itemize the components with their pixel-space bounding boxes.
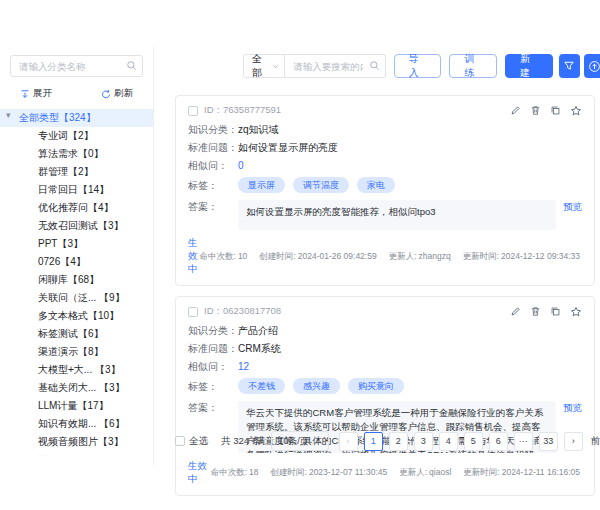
answer-text: 如何设置显示屏的亮度智能推荐，相似问tpo3 xyxy=(238,200,556,230)
sidebar-item-label: 群管理【2】 xyxy=(38,165,94,179)
scope-select[interactable]: 全部 xyxy=(243,54,285,78)
card-meta: 命中次数:10 创建时间:2024-01-26 09:42:59 更新人:zha… xyxy=(200,251,582,263)
total-count: 共 324 条 xyxy=(221,435,261,448)
preview-link[interactable]: 预览 xyxy=(563,401,582,414)
sidebar-item[interactable]: 标签测试【6】 xyxy=(0,325,153,343)
sidebar-item-label: 标签测试【6】 xyxy=(38,327,104,341)
tag-list: 不差钱 感兴趣 购买意向 xyxy=(238,378,404,394)
tags-field: 标签： 显示屏 调节温度 家电 xyxy=(188,177,582,193)
sidebar-item-label: 专业词【2】 xyxy=(38,129,94,143)
sidebar-item[interactable]: 闲聊库【68】 xyxy=(0,271,153,289)
expand-all-button[interactable]: 展开 xyxy=(20,87,52,100)
sidebar-item[interactable]: 关联问（泛... 【9】 xyxy=(0,289,153,307)
sidebar-item[interactable]: 大模型+大... 【3】 xyxy=(0,361,153,379)
sidebar-item-label: 全部类型【324】 xyxy=(19,111,96,125)
sidebar-item-label: 优化推荐问【4】 xyxy=(38,201,114,215)
page-button[interactable]: 1 xyxy=(364,432,383,451)
select-all-checkbox[interactable] xyxy=(175,436,185,446)
train-button[interactable]: 训练 xyxy=(449,54,497,78)
create-button[interactable]: 新建 xyxy=(505,54,553,78)
sidebar-item-label: 无效召回测试【3】 xyxy=(38,219,124,233)
scope-select-value: 全部 xyxy=(252,52,271,80)
page-button[interactable]: 4 xyxy=(439,432,458,451)
sidebar-item-all-types[interactable]: ▾ 全部类型【324】 xyxy=(0,109,153,127)
tag: 购买意向 xyxy=(348,378,404,394)
sidebar-item-label: 基础关闭大... 【3】 xyxy=(38,381,125,395)
sidebar-item-label: 闲聊库【68】 xyxy=(38,273,99,287)
card-header: ID：76358777591 xyxy=(188,104,582,117)
card-id: ID：76358777591 xyxy=(204,104,281,117)
sidebar-item[interactable]: 渠道演示【8】 xyxy=(0,343,153,361)
sidebar-item[interactable]: 无效召回测试【3】 xyxy=(0,217,153,235)
sidebar-item[interactable]: 日常回日【14】 xyxy=(0,181,153,199)
tag-list: 显示屏 调节温度 家电 xyxy=(238,177,395,193)
card-checkbox[interactable] xyxy=(188,106,198,116)
card-checkbox[interactable] xyxy=(188,307,198,317)
caret-down-icon: ▾ xyxy=(6,110,11,120)
page-button[interactable]: 5 xyxy=(464,432,483,451)
sidebar-item[interactable]: 群管理【2】 xyxy=(0,163,153,181)
page-button[interactable]: 3 xyxy=(414,432,433,451)
select-all-label: 全选 xyxy=(189,435,208,448)
copy-icon[interactable] xyxy=(550,306,561,318)
edit-icon[interactable] xyxy=(510,105,521,117)
edit-icon[interactable] xyxy=(510,306,521,318)
card-actions xyxy=(510,105,582,117)
next-page-button[interactable]: › xyxy=(564,432,583,451)
page-size-select[interactable]: 10条/页 xyxy=(271,431,329,451)
sidebar-item[interactable]: 视频音频图片【3】 xyxy=(0,433,153,451)
question-value: CRM系统 xyxy=(238,342,281,355)
prev-page-button[interactable]: ‹ xyxy=(339,432,358,451)
category-value: 产品介绍 xyxy=(238,324,278,337)
refresh-icon xyxy=(101,89,111,99)
sidebar-item[interactable]: 知识有效期... 【6】 xyxy=(0,415,153,433)
star-icon[interactable] xyxy=(570,105,582,117)
refresh-button[interactable]: 刷新 xyxy=(101,87,133,100)
sidebar-item[interactable]: LLM计量【17】 xyxy=(0,397,153,415)
more-pages-button[interactable]: ··· xyxy=(514,432,533,451)
similar-count[interactable]: 12 xyxy=(238,360,249,373)
category-field: 知识分类： zq知识域 xyxy=(188,123,582,136)
sidebar-item[interactable]: 基础关闭大... 【3】 xyxy=(0,379,153,397)
delete-icon[interactable] xyxy=(530,306,541,318)
sidebar-item[interactable]: 专业词【2】 xyxy=(0,127,153,145)
sidebar-item[interactable]: 优化推荐问【4】 xyxy=(0,199,153,217)
similar-field: 相似问： 12 xyxy=(188,360,582,373)
tag: 不差钱 xyxy=(238,378,285,394)
sidebar-item[interactable]: 算法需求【0】 xyxy=(0,145,153,163)
similar-count[interactable]: 0 xyxy=(238,159,244,172)
page-button[interactable]: 33 xyxy=(539,432,558,451)
import-label: 导入 xyxy=(409,52,427,80)
sidebar-item[interactable]: ... xyxy=(0,451,153,456)
card-footer: 生效中 命中次数:18 创建时间:2023-12-07 11:30:45 更新人… xyxy=(188,460,582,486)
question-field: 标准问题： CRM系统 xyxy=(188,342,582,355)
question-field: 标准问题： 如何设置显示屏的亮度 xyxy=(188,141,582,154)
import-button[interactable]: 导入 xyxy=(394,54,442,78)
sidebar-item-label: LLM计量【17】 xyxy=(38,399,109,413)
create-label: 新建 xyxy=(520,52,538,80)
upload-icon xyxy=(588,60,600,73)
sidebar-item[interactable]: 多文本格式【10】 xyxy=(0,307,153,325)
filter-button[interactable] xyxy=(559,54,580,78)
page-button[interactable]: 6 xyxy=(489,432,508,451)
category-value: zq知识域 xyxy=(238,123,279,136)
card-meta: 命中次数:18 创建时间:2023-12-07 11:30:45 更新人:qia… xyxy=(211,467,582,479)
sidebar-item-label: 渠道演示【8】 xyxy=(38,345,104,359)
star-icon[interactable] xyxy=(570,306,582,318)
copy-icon[interactable] xyxy=(550,105,561,117)
sidebar-item[interactable]: 0726【4】 xyxy=(0,253,153,271)
preview-link[interactable]: 预览 xyxy=(563,200,582,213)
export-button[interactable] xyxy=(584,54,600,78)
sidebar-item-label: ... xyxy=(38,451,46,456)
sidebar-item[interactable]: PPT【3】 xyxy=(0,235,153,253)
tag: 感兴趣 xyxy=(293,378,340,394)
knowledge-card: ID：76358777591 知识分类： zq知识域 标准问题： 如何设置显示屏… xyxy=(175,95,595,286)
card-footer: 生效中 命中次数:10 创建时间:2024-01-26 09:42:59 更新人… xyxy=(188,237,582,276)
search-icon xyxy=(369,60,380,71)
expand-all-label: 展开 xyxy=(33,87,52,100)
sidebar-item-label: 视频音频图片【3】 xyxy=(38,435,124,449)
page-button[interactable]: 2 xyxy=(389,432,408,451)
category-search-input[interactable] xyxy=(10,55,143,77)
tree-actions: 展开 刷新 xyxy=(0,87,153,100)
delete-icon[interactable] xyxy=(530,105,541,117)
